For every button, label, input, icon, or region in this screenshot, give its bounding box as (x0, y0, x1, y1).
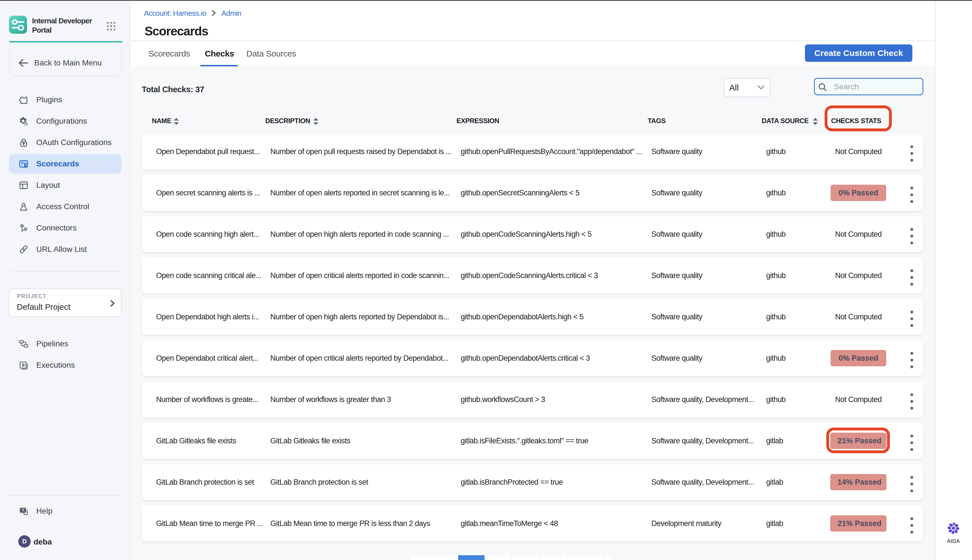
svg-text:?: ? (22, 508, 24, 512)
